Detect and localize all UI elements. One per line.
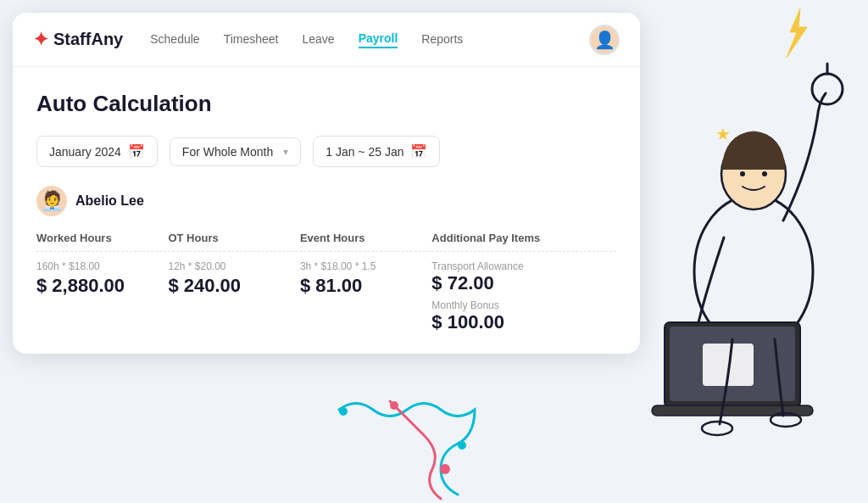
additional-item-0: Transport Allowance $ 72.00 <box>431 260 616 294</box>
employee-avatar: 🧑‍💼 <box>36 186 67 216</box>
employee-row: 🧑‍💼 Abelio Lee <box>36 186 616 216</box>
nav-reports[interactable]: Reports <box>421 32 463 48</box>
event-amount: $ 81.00 <box>300 275 431 297</box>
svg-point-12 <box>702 422 732 435</box>
calendar-icon: 📅 <box>128 143 145 159</box>
header-event: Event Hours <box>300 232 431 244</box>
logo-text: StaffAny <box>53 30 123 49</box>
nav-schedule[interactable]: Schedule <box>150 32 199 48</box>
additional-label-0: Transport Allowance <box>431 260 616 272</box>
period-value: For Whole Month <box>182 145 273 159</box>
ot-cell: 12h * $20.00 $ 240.00 <box>168 260 299 333</box>
chevron-down-icon: ▾ <box>283 146 288 158</box>
filters-row: January 2024 📅 For Whole Month ▾ 1 Jan ~… <box>36 136 616 167</box>
pay-table: Worked Hours OT Hours Event Hours Additi… <box>36 232 616 333</box>
nav-timesheet[interactable]: Timesheet <box>224 32 279 48</box>
svg-marker-0 <box>787 8 807 58</box>
additional-label-1: Monthly Bonus <box>431 299 616 311</box>
pay-data-row: 160h * $18.00 $ 2,880.00 12h * $20.00 $ … <box>36 252 616 333</box>
page-title: Auto Calculation <box>36 91 616 117</box>
pay-headers: Worked Hours OT Hours Event Hours Additi… <box>36 232 616 252</box>
additional-item-1: Monthly Bonus $ 100.00 <box>431 299 616 333</box>
svg-point-16 <box>339 407 348 416</box>
period-filter[interactable]: For Whole Month ▾ <box>170 137 301 166</box>
worked-amount: $ 2,880.00 <box>36 275 168 297</box>
additional-amount-0: $ 72.00 <box>431 272 616 294</box>
svg-point-17 <box>458 441 466 450</box>
header-ot: OT Hours <box>168 232 299 244</box>
content-area: Auto Calculation January 2024 📅 For Whol… <box>13 67 640 354</box>
svg-point-5 <box>740 171 745 176</box>
nav-payroll[interactable]: Payroll <box>359 31 398 48</box>
employee-name: Abelio Lee <box>75 193 144 209</box>
main-card: ✦ StaffAny Schedule Timesheet Leave Payr… <box>13 13 640 354</box>
month-value: January 2024 <box>49 145 121 159</box>
svg-rect-10 <box>703 344 754 386</box>
header-worked: Worked Hours <box>36 232 168 244</box>
calendar-icon-2: 📅 <box>410 143 427 159</box>
svg-point-1 <box>694 195 813 348</box>
svg-point-13 <box>771 413 801 427</box>
logo[interactable]: ✦ StaffAny <box>33 29 123 51</box>
user-avatar[interactable]: 👤 <box>589 25 620 55</box>
header-additional: Additional Pay Items <box>431 232 616 244</box>
worked-sub: 160h * $18.00 <box>36 260 168 272</box>
additional-cell: Transport Allowance $ 72.00 Monthly Bonu… <box>431 260 616 333</box>
svg-point-4 <box>721 138 786 210</box>
event-sub: 3h * $18.00 * 1.5 <box>300 260 431 272</box>
svg-rect-8 <box>665 322 800 407</box>
svg-point-15 <box>440 464 450 474</box>
svg-rect-9 <box>670 327 795 401</box>
ot-sub: 12h * $20.00 <box>168 260 299 272</box>
daterange-filter[interactable]: 1 Jan ~ 25 Jan 📅 <box>313 136 440 167</box>
nav-leave[interactable]: Leave <box>302 32 334 48</box>
ot-amount: $ 240.00 <box>168 275 299 297</box>
worked-cell: 160h * $18.00 $ 2,880.00 <box>36 260 168 333</box>
logo-icon: ✦ <box>33 29 48 51</box>
svg-text:★: ★ <box>715 125 731 143</box>
month-filter[interactable]: January 2024 📅 <box>36 136 158 167</box>
nav-links: Schedule Timesheet Leave Payroll Reports <box>150 31 589 48</box>
squiggles-decoration <box>322 393 576 503</box>
event-cell: 3h * $18.00 * 1.5 $ 81.00 <box>300 260 431 333</box>
navbar: ✦ StaffAny Schedule Timesheet Leave Payr… <box>13 13 640 67</box>
svg-point-14 <box>390 401 398 410</box>
svg-rect-11 <box>652 405 813 416</box>
additional-amount-1: $ 100.00 <box>431 311 616 333</box>
svg-point-6 <box>762 171 767 176</box>
daterange-value: 1 Jan ~ 25 Jan <box>326 145 403 159</box>
svg-point-2 <box>812 74 843 104</box>
